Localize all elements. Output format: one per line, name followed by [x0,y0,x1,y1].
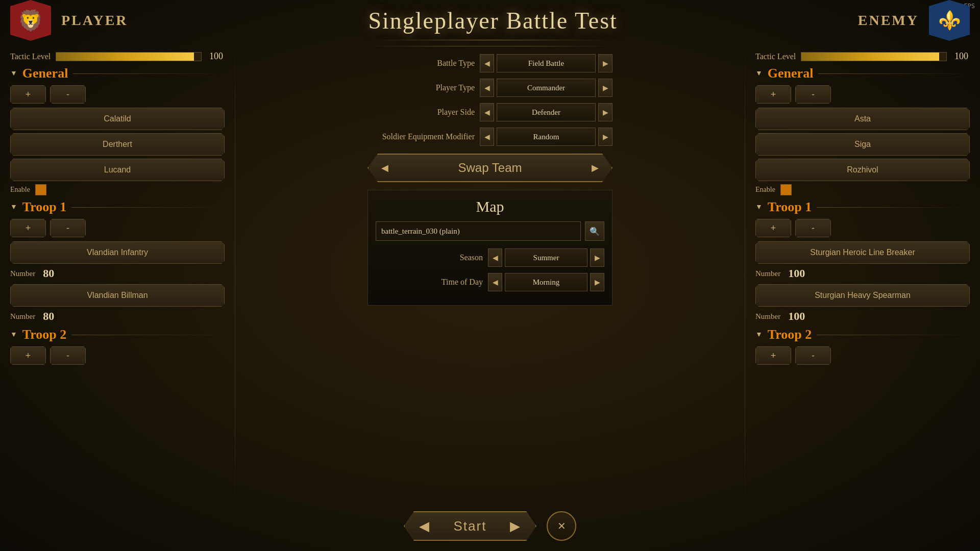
general-pm-row-player: + - [10,85,225,104]
enable-row-player: Enable [10,184,225,195]
battle-type-left-arrow[interactable]: ◀ [480,54,494,72]
general-derthert[interactable]: Derthert [10,133,225,156]
troop2-title-player: Troop 2 [22,327,66,342]
general-title-player: General [22,66,68,81]
enable-label-enemy: Enable [755,186,775,194]
troop2-plus-enemy[interactable]: + [755,346,791,365]
season-left-arrow[interactable]: ◀ [488,248,502,267]
enemy-emblem: ⚜️ [929,0,970,41]
troop1-number-row2-player: Number 80 [10,310,225,323]
player-type-left-arrow[interactable]: ◀ [480,79,494,97]
troop2-header-player: ▼ Troop 2 [10,327,225,342]
troop2-title-enemy: Troop 2 [768,327,812,342]
troop1-chevron-enemy: ▼ [755,203,763,211]
troop1-number-label2-player: Number [10,312,35,321]
troop1-sturgian-heroic[interactable]: Sturgian Heroic Line Breaker [755,241,970,264]
general-calatild[interactable]: Calatild [10,108,225,130]
tactic-bar-fill-enemy [801,53,939,61]
season-label: Season [376,253,483,262]
player-type-right-arrow[interactable]: ▶ [598,79,612,97]
soldier-equip-row: Soldier Equipment Modifier ◀ Random ▶ [368,128,612,146]
tactic-bar-fill-player [56,53,194,61]
troop2-minus-player[interactable]: - [50,346,86,365]
map-section: Map 🔍 Season ◀ Summer ▶ Time of Da [368,190,612,306]
troop1-number-value-player: 80 [43,267,54,280]
enable-checkbox-player[interactable] [35,184,46,195]
enable-row-enemy: Enable [755,184,970,195]
map-input[interactable] [376,221,581,241]
player-label: PLAYER [61,12,128,29]
map-search-button[interactable]: 🔍 [585,221,604,241]
troop1-sturgian-heavy[interactable]: Sturgian Heavy Spearman [755,284,970,307]
time-of-day-row: Time of Day ◀ Morning ▶ [376,273,604,291]
start-left-arrow-icon: ◀ [419,518,430,534]
time-right-arrow[interactable]: ▶ [590,273,604,291]
general-title-enemy: General [768,66,814,81]
general-pm-row-enemy: + - [755,85,970,104]
troop1-vlandian-billman[interactable]: Vlandian Billman [10,284,225,307]
player-side-right-arrow[interactable]: ▶ [598,103,612,121]
player-type-row: Player Type ◀ Commander ▶ [368,79,612,97]
tactic-level-player: Tactic Level 100 [10,51,225,62]
season-right-arrow[interactable]: ▶ [590,248,604,267]
soldier-equip-left-arrow[interactable]: ◀ [480,128,494,146]
soldier-equip-label: Soldier Equipment Modifier [368,132,475,141]
player-side-row: Player Side ◀ Defender ▶ [368,103,612,121]
start-label: Start [454,518,487,534]
troop1-title-enemy: Troop 1 [768,199,812,215]
general-plus-player[interactable]: + [10,85,46,104]
general-minus-player[interactable]: - [50,85,86,104]
troop1-title-player: Troop 1 [22,199,66,215]
soldier-equip-right-arrow[interactable]: ▶ [598,128,612,146]
tactic-label-enemy: Tactic Level [755,52,796,61]
general-chevron-player: ▼ [10,69,17,78]
swap-arrow-left-icon: ◀ [381,162,388,173]
general-chevron-enemy: ▼ [755,69,763,78]
close-button[interactable]: ✕ [547,511,576,541]
troop1-vlandian-infantry[interactable]: Vlandian Infantry [10,241,225,264]
tactic-bar-enemy [801,52,947,61]
tactic-label-player: Tactic Level [10,52,51,61]
battle-type-right-arrow[interactable]: ▶ [598,54,612,72]
troop1-minus-player[interactable]: - [50,219,86,237]
troop1-header-player: ▼ Troop 1 [10,199,225,215]
enemy-label: ENEMY [858,12,919,29]
player-side-value: Defender [497,103,596,121]
troop2-header-enemy: ▼ Troop 2 [755,327,970,342]
general-siga[interactable]: Siga [755,133,970,156]
troop1-number-row-player: Number 80 [10,267,225,280]
troop1-number-value2-player: 80 [43,310,54,323]
player-emblem: 🦁 [10,0,51,41]
general-lucand[interactable]: Lucand [10,159,225,181]
troop1-number-row2-enemy: Number 100 [755,310,970,323]
player-side-left-arrow[interactable]: ◀ [480,103,494,121]
general-minus-enemy[interactable]: - [795,85,831,104]
player-side-label: Player Side [368,108,475,117]
season-row: Season ◀ Summer ▶ [376,248,604,267]
general-plus-enemy[interactable]: + [755,85,791,104]
troop1-plus-player[interactable]: + [10,219,46,237]
troop1-pm-enemy: + - [755,219,970,237]
troop2-plus-player[interactable]: + [10,346,46,365]
troop1-minus-enemy[interactable]: - [795,219,831,237]
troop1-plus-enemy[interactable]: + [755,219,791,237]
swap-arrow-right-icon: ▶ [592,162,599,173]
time-left-arrow[interactable]: ◀ [488,273,502,291]
swap-team-button[interactable]: ◀ Swap Team ▶ [368,154,612,182]
troop1-number-value2-enemy: 100 [788,310,805,323]
start-button[interactable]: ◀ Start ▶ [404,511,536,541]
bottom-bar: ◀ Start ▶ ✕ [404,511,576,541]
troop1-number-label-enemy: Number [755,269,780,278]
troop2-minus-enemy[interactable]: - [795,346,831,365]
time-of-day-label: Time of Day [376,278,483,287]
general-rozhivol[interactable]: Rozhivol [755,159,970,181]
general-asta[interactable]: Asta [755,108,970,130]
player-header: 🦁 PLAYER [10,0,128,41]
player-type-label: Player Type [368,83,475,92]
tactic-bar-player [56,52,202,61]
soldier-equip-value: Random [497,128,596,146]
troop1-number-value-enemy: 100 [788,267,805,280]
time-of-day-value: Morning [505,273,587,291]
enable-checkbox-enemy[interactable] [780,184,792,195]
general-section-player: ▼ General [10,66,225,81]
